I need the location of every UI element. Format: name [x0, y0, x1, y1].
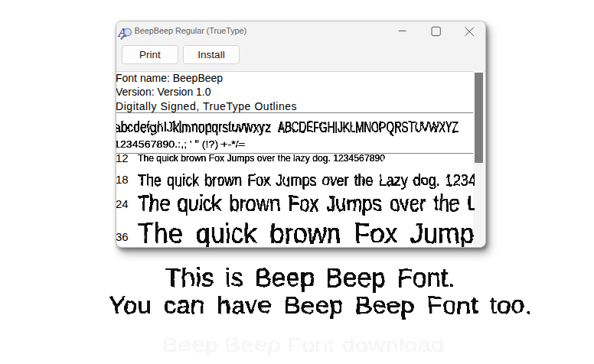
svg-text:1234567890.:,; ' " (!?) +-*: 1234567890.:,; ' " (!?) +-*/=	[114, 138, 245, 150]
svg-text:You can have Beep Beep Font to: You can have Beep Beep Font too.	[109, 292, 532, 319]
svg-text:ABCDEFGHIJKLMNOPQRSTUVWXYZ: ABCDEFGHIJKLMNOPQRSTUVWXYZ	[278, 119, 459, 135]
svg-text:Beep Beep Font download: Beep Beep Font download	[162, 333, 444, 356]
svg-text:The quick brown Fox Jumps over: The quick brown Fox Jumps over the Lazy …	[138, 190, 594, 216]
svg-text:The quick brown Fox Jumps over: The quick brown Fox Jumps over the Lazy …	[138, 218, 594, 249]
svg-text:abcdefghIJklmnopqrstuvwxyz: abcdefghIJklmnopqrstuvwxyz	[114, 119, 271, 135]
svg-text:This is Beep Beep Font.: This is Beep Beep Font.	[165, 262, 455, 292]
svg-text:The quick brown Fox Jumps over: The quick brown Fox Jumps over the Lazy …	[138, 171, 522, 190]
svg-text:The quick brown Fox Jumps over: The quick brown Fox Jumps over the lazy …	[138, 153, 385, 164]
